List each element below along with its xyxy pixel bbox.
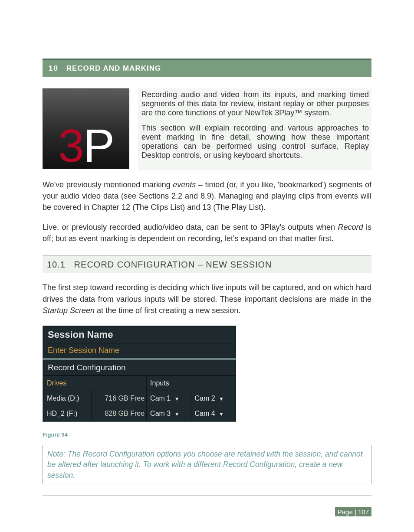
session-name-label: Session Name — [43, 326, 236, 343]
section-title: RECORD AND MARKING — [66, 64, 161, 72]
body-paragraph-1: We've previously mentioned marking event… — [43, 179, 371, 213]
cam-select[interactable]: Cam 2 ▼ — [191, 391, 235, 406]
em-events: events — [173, 180, 196, 189]
cam-select[interactable]: Cam 1 ▼ — [147, 391, 191, 406]
figure-caption: Figure 94 — [43, 431, 371, 438]
subsection-number: 10.1 — [47, 260, 66, 269]
horizontal-rule — [43, 496, 371, 496]
text: Live, or previously recorded audio/video… — [43, 223, 338, 232]
em-startup-screen: Startup Screen — [43, 306, 95, 315]
logo-3: 3 — [58, 119, 83, 172]
cam-label: Cam 4 — [195, 410, 215, 417]
em-record: Record — [338, 223, 363, 232]
intro-row: 3P Recording audio and video from its in… — [43, 88, 371, 170]
text: at the time of first creating a new sess… — [95, 306, 240, 315]
text: The first step toward recording is decid… — [43, 283, 371, 303]
drive-name: Media (D:) — [43, 391, 92, 406]
subsection-heading: 10.1 RECORD CONFIGURATION – NEW SESSION — [43, 255, 371, 273]
product-logo-text: 3P — [58, 127, 114, 164]
body-paragraph-2: Live, or previously recorded audio/video… — [43, 222, 371, 244]
header-drives: Drives — [43, 375, 147, 391]
chevron-down-icon: ▼ — [219, 411, 224, 417]
cam-label: Cam 3 — [150, 410, 171, 417]
logo-p: P — [83, 119, 114, 172]
record-config-table: Drives Inputs Media (D:) 716 GB Free Cam… — [43, 375, 236, 421]
section-number: 10 — [49, 64, 59, 72]
session-name-input[interactable]: Enter Session Name — [43, 343, 236, 358]
section-heading: 10 RECORD AND MARKING — [43, 59, 371, 77]
drive-free: 828 GB Free — [92, 406, 147, 421]
header-inputs: Inputs — [147, 375, 236, 391]
note-box: Note: The Record Configuration options y… — [43, 445, 371, 485]
table-row: Media (D:) 716 GB Free Cam 1 ▼ Cam 2 ▼ — [43, 391, 236, 406]
subsection-title: RECORD CONFIGURATION – NEW SESSION — [74, 260, 272, 269]
chevron-down-icon: ▼ — [219, 396, 224, 402]
drive-free: 716 GB Free — [92, 391, 147, 406]
drive-name: HD_2 (F:) — [43, 406, 92, 421]
cam-label: Cam 1 — [150, 395, 171, 402]
intro-text: Recording audio and video from its input… — [138, 88, 371, 170]
record-config-panel: Session Name Enter Session Name Record C… — [43, 326, 236, 422]
intro-paragraph-1: Recording audio and video from its input… — [141, 90, 369, 117]
page-number: Page | 107 — [335, 507, 371, 516]
cam-select[interactable]: Cam 3 ▼ — [147, 406, 191, 421]
intro-paragraph-2: This section will explain recording and … — [141, 124, 369, 160]
text: We've previously mentioned marking — [43, 180, 173, 189]
body2-paragraph-1: The first step toward recording is decid… — [43, 282, 371, 316]
table-row: HD_2 (F:) 828 GB Free Cam 3 ▼ Cam 4 ▼ — [43, 406, 236, 421]
cam-select[interactable]: Cam 4 ▼ — [191, 406, 235, 421]
product-logo: 3P — [43, 88, 129, 169]
table-header-row: Drives Inputs — [43, 375, 236, 391]
record-config-label: Record Configuration — [43, 360, 236, 375]
cam-label: Cam 2 — [195, 395, 215, 402]
chevron-down-icon: ▼ — [174, 396, 180, 402]
chevron-down-icon: ▼ — [174, 411, 180, 417]
